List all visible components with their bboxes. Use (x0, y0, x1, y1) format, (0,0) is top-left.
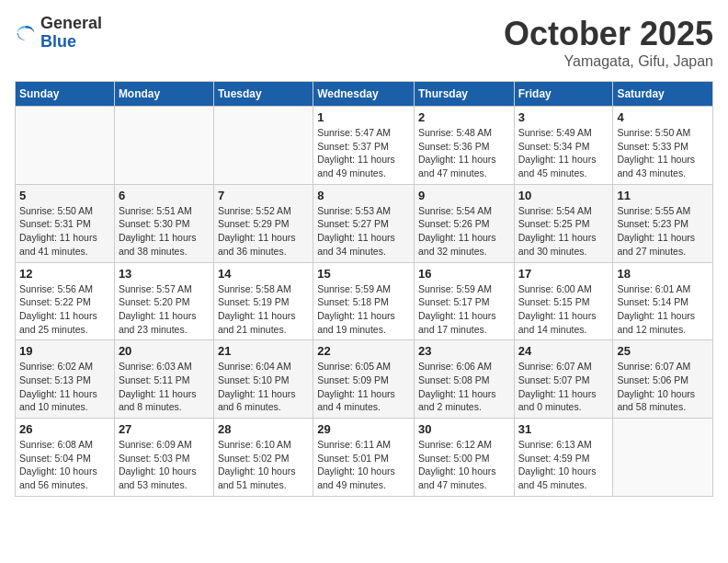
day-info: Sunrise: 5:52 AM Sunset: 5:29 PM Dayligh… (218, 204, 309, 259)
day-number: 12 (19, 267, 110, 281)
day-info: Sunrise: 5:56 AM Sunset: 5:22 PM Dayligh… (19, 282, 110, 337)
day-number: 2 (418, 110, 510, 124)
day-info: Sunrise: 6:11 AM Sunset: 5:01 PM Dayligh… (317, 438, 410, 492)
calendar-cell: 5Sunrise: 5:50 AM Sunset: 5:31 PM Daylig… (16, 184, 115, 262)
logo-blue: Blue (40, 33, 102, 52)
day-info: Sunrise: 6:07 AM Sunset: 5:06 PM Dayligh… (617, 360, 709, 414)
calendar-cell: 26Sunrise: 6:08 AM Sunset: 5:04 PM Dayli… (16, 419, 115, 497)
day-info: Sunrise: 5:54 AM Sunset: 5:25 PM Dayligh… (518, 204, 609, 259)
calendar-week-row: 5Sunrise: 5:50 AM Sunset: 5:31 PM Daylig… (16, 184, 713, 262)
day-info: Sunrise: 5:55 AM Sunset: 5:23 PM Dayligh… (617, 204, 709, 259)
calendar-cell: 1Sunrise: 5:47 AM Sunset: 5:37 PM Daylig… (313, 107, 415, 185)
calendar-header-monday: Monday (114, 82, 213, 107)
day-info: Sunrise: 6:00 AM Sunset: 5:15 PM Dayligh… (518, 282, 609, 337)
calendar-week-row: 26Sunrise: 6:08 AM Sunset: 5:04 PM Dayli… (16, 419, 713, 497)
calendar-cell: 13Sunrise: 5:57 AM Sunset: 5:20 PM Dayli… (114, 262, 213, 340)
calendar-cell: 3Sunrise: 5:49 AM Sunset: 5:34 PM Daylig… (514, 107, 613, 185)
calendar-cell: 21Sunrise: 6:04 AM Sunset: 5:10 PM Dayli… (213, 340, 313, 419)
day-number: 10 (518, 189, 609, 202)
day-number: 17 (518, 267, 609, 281)
day-number: 26 (19, 422, 110, 436)
day-info: Sunrise: 6:09 AM Sunset: 5:03 PM Dayligh… (119, 438, 210, 492)
day-number: 22 (317, 344, 410, 358)
day-info: Sunrise: 6:04 AM Sunset: 5:10 PM Dayligh… (218, 360, 309, 414)
day-info: Sunrise: 5:51 AM Sunset: 5:30 PM Dayligh… (119, 204, 210, 259)
calendar-cell: 14Sunrise: 5:58 AM Sunset: 5:19 PM Dayli… (213, 262, 313, 340)
calendar-table: SundayMondayTuesdayWednesdayThursdayFrid… (15, 81, 713, 497)
day-number: 3 (518, 110, 609, 124)
day-number: 6 (119, 189, 210, 202)
calendar-cell: 31Sunrise: 6:13 AM Sunset: 4:59 PM Dayli… (514, 419, 613, 497)
day-number: 25 (617, 344, 709, 358)
day-number: 24 (518, 344, 609, 358)
calendar-cell: 18Sunrise: 6:01 AM Sunset: 5:14 PM Dayli… (613, 262, 713, 340)
day-number: 21 (218, 344, 309, 358)
calendar-cell: 11Sunrise: 5:55 AM Sunset: 5:23 PM Dayli… (613, 184, 713, 262)
day-number: 5 (19, 189, 110, 202)
calendar-header-row: SundayMondayTuesdayWednesdayThursdayFrid… (16, 82, 713, 107)
calendar-cell: 17Sunrise: 6:00 AM Sunset: 5:15 PM Dayli… (514, 262, 613, 340)
day-info: Sunrise: 5:50 AM Sunset: 5:31 PM Dayligh… (19, 204, 110, 259)
day-number: 9 (418, 189, 510, 202)
calendar-week-row: 1Sunrise: 5:47 AM Sunset: 5:37 PM Daylig… (16, 107, 713, 185)
calendar-cell: 28Sunrise: 6:10 AM Sunset: 5:02 PM Dayli… (213, 419, 313, 497)
calendar-header-saturday: Saturday (613, 82, 713, 107)
day-number: 8 (317, 189, 410, 202)
title-section: October 2025 Yamagata, Gifu, Japan (504, 15, 713, 70)
day-info: Sunrise: 6:05 AM Sunset: 5:09 PM Dayligh… (317, 360, 410, 414)
logo-text: General Blue (40, 15, 102, 52)
day-info: Sunrise: 6:03 AM Sunset: 5:11 PM Dayligh… (119, 360, 210, 414)
calendar-cell (213, 107, 313, 185)
calendar-cell: 4Sunrise: 5:50 AM Sunset: 5:33 PM Daylig… (613, 107, 713, 185)
day-number: 13 (119, 267, 210, 281)
calendar-cell (16, 107, 115, 185)
calendar-cell: 19Sunrise: 6:02 AM Sunset: 5:13 PM Dayli… (16, 340, 115, 419)
calendar-header-thursday: Thursday (414, 82, 514, 107)
day-info: Sunrise: 6:06 AM Sunset: 5:08 PM Dayligh… (418, 360, 510, 414)
calendar-cell: 25Sunrise: 6:07 AM Sunset: 5:06 PM Dayli… (613, 340, 713, 419)
day-info: Sunrise: 5:50 AM Sunset: 5:33 PM Dayligh… (617, 126, 709, 180)
calendar-week-row: 12Sunrise: 5:56 AM Sunset: 5:22 PM Dayli… (16, 262, 713, 340)
calendar-cell (114, 107, 213, 185)
logo-general: General (40, 15, 102, 33)
day-number: 18 (617, 267, 709, 281)
calendar-cell: 24Sunrise: 6:07 AM Sunset: 5:07 PM Dayli… (514, 340, 613, 419)
day-info: Sunrise: 5:48 AM Sunset: 5:36 PM Dayligh… (418, 126, 510, 180)
day-info: Sunrise: 6:10 AM Sunset: 5:02 PM Dayligh… (218, 438, 309, 492)
day-number: 7 (218, 189, 309, 202)
day-number: 11 (617, 189, 709, 202)
day-info: Sunrise: 6:12 AM Sunset: 5:00 PM Dayligh… (418, 438, 510, 492)
day-number: 23 (418, 344, 510, 358)
day-number: 4 (617, 110, 709, 124)
day-number: 31 (518, 422, 609, 436)
day-info: Sunrise: 5:47 AM Sunset: 5:37 PM Dayligh… (317, 126, 410, 180)
day-info: Sunrise: 5:53 AM Sunset: 5:27 PM Dayligh… (317, 204, 410, 259)
calendar-cell: 6Sunrise: 5:51 AM Sunset: 5:30 PM Daylig… (114, 184, 213, 262)
calendar-cell: 10Sunrise: 5:54 AM Sunset: 5:25 PM Dayli… (514, 184, 613, 262)
day-info: Sunrise: 6:01 AM Sunset: 5:14 PM Dayligh… (617, 282, 709, 337)
calendar-cell: 2Sunrise: 5:48 AM Sunset: 5:36 PM Daylig… (414, 107, 514, 185)
day-number: 28 (218, 422, 309, 436)
month-title: October 2025 (504, 15, 713, 53)
calendar-cell: 12Sunrise: 5:56 AM Sunset: 5:22 PM Dayli… (16, 262, 115, 340)
day-info: Sunrise: 6:07 AM Sunset: 5:07 PM Dayligh… (518, 360, 609, 414)
day-number: 19 (19, 344, 110, 358)
calendar-cell: 15Sunrise: 5:59 AM Sunset: 5:18 PM Dayli… (313, 262, 415, 340)
day-number: 15 (317, 267, 410, 281)
day-info: Sunrise: 5:54 AM Sunset: 5:26 PM Dayligh… (418, 204, 510, 259)
day-number: 30 (418, 422, 510, 436)
calendar-week-row: 19Sunrise: 6:02 AM Sunset: 5:13 PM Dayli… (16, 340, 713, 419)
day-info: Sunrise: 5:59 AM Sunset: 5:17 PM Dayligh… (418, 282, 510, 337)
day-number: 20 (119, 344, 210, 358)
calendar-cell: 27Sunrise: 6:09 AM Sunset: 5:03 PM Dayli… (114, 419, 213, 497)
logo: General Blue (15, 15, 102, 52)
day-info: Sunrise: 6:02 AM Sunset: 5:13 PM Dayligh… (19, 360, 110, 414)
day-number: 27 (119, 422, 210, 436)
day-info: Sunrise: 5:57 AM Sunset: 5:20 PM Dayligh… (119, 282, 210, 337)
calendar-cell: 30Sunrise: 6:12 AM Sunset: 5:00 PM Dayli… (414, 419, 514, 497)
calendar-cell: 29Sunrise: 6:11 AM Sunset: 5:01 PM Dayli… (313, 419, 415, 497)
page-header: General Blue October 2025 Yamagata, Gifu… (15, 15, 713, 70)
calendar-header-tuesday: Tuesday (213, 82, 313, 107)
day-info: Sunrise: 6:13 AM Sunset: 4:59 PM Dayligh… (518, 438, 609, 492)
day-number: 14 (218, 267, 309, 281)
